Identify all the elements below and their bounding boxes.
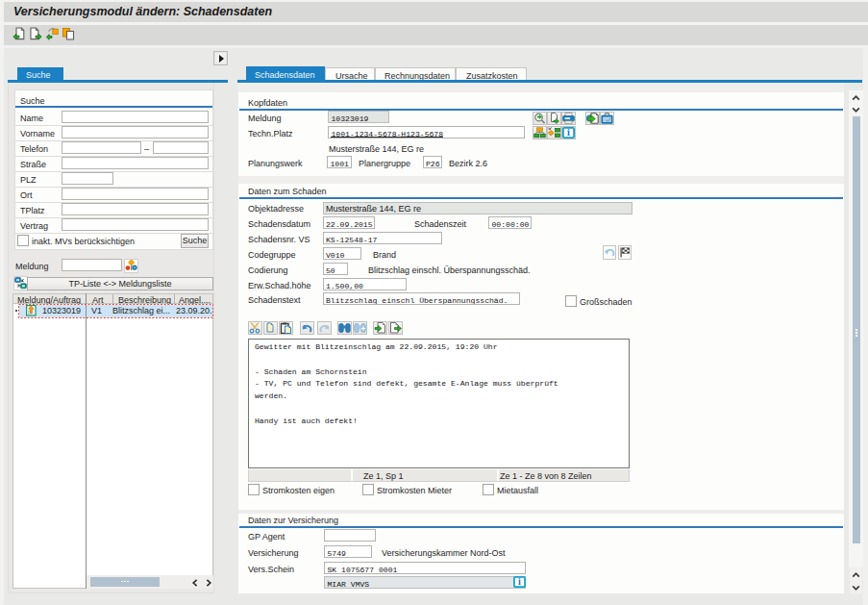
magnifier-icon: [533, 113, 546, 124]
schadenszeit-label: Schadenszeit: [414, 219, 466, 229]
display-button[interactable]: [533, 112, 547, 125]
schadenstext-field[interactable]: Blitzschlag einschl Überspannungsschäd.: [323, 292, 521, 305]
info2-icon[interactable]: i: [513, 576, 526, 590]
schaden-caption: Daten zum Schaden: [248, 187, 327, 196]
scroll-up2-icon[interactable]: [852, 571, 862, 582]
codegruppe-field[interactable]: V010: [323, 247, 361, 260]
schadensnr-field[interactable]: KS-12548-17: [323, 232, 442, 244]
schadensdatum-label: Schadensdatum: [248, 219, 310, 229]
tab-zusatzkosten[interactable]: Zusatzkosten: [456, 67, 527, 80]
paste-button[interactable]: [279, 321, 293, 335]
scroll-left-icon[interactable]: [191, 579, 202, 590]
linked-objects-button[interactable]: [585, 112, 600, 125]
planergruppe-field[interactable]: P26: [423, 156, 443, 168]
application-toolbar: [4, 25, 868, 45]
vertrag-input[interactable]: [62, 218, 209, 231]
planungswerk-field[interactable]: 1001: [327, 156, 352, 168]
schadensdatum-field[interactable]: 22.09.2015: [323, 216, 375, 229]
meldung-field: 10323019: [328, 111, 389, 123]
meldung-quick-input[interactable]: [62, 259, 122, 271]
copy-button[interactable]: [263, 321, 278, 335]
stromkosten-eigen-checkbox[interactable]: [248, 484, 260, 495]
checkered-flag-icon: [619, 246, 631, 259]
tp-liste-button[interactable]: TP-Liste <-> Meldungsliste: [27, 277, 213, 290]
table-header: Meldung/Auftrag Art Beschreibung Angel..…: [12, 293, 213, 304]
object-with-template-icon[interactable]: [45, 27, 59, 40]
mietausfall-label: Mietausfall: [497, 486, 538, 495]
tab-suche[interactable]: Suche: [17, 67, 63, 80]
table-settings-button[interactable]: [13, 276, 28, 290]
gpagent-field[interactable]: [324, 529, 376, 542]
grossschaden-checkbox[interactable]: [565, 295, 577, 307]
vorname-label: Vorname: [20, 129, 55, 139]
find-next-button[interactable]: [353, 321, 367, 335]
right-tabline: [237, 80, 862, 83]
tab-ursache[interactable]: Ursache: [325, 67, 375, 80]
structure-button[interactable]: [547, 126, 561, 139]
mietausfall-checkbox[interactable]: [483, 484, 494, 495]
editor-line-info: Ze 1 - Ze 8 von 8 Zeilen: [500, 471, 592, 481]
undo-button2[interactable]: [603, 245, 616, 260]
editor-statusbar: Ze 1, Sp 1 Ze 1 - Ze 8 von 8 Zeilen: [248, 469, 630, 482]
redo-button[interactable]: [317, 321, 332, 335]
upload-text-button[interactable]: [373, 321, 387, 335]
toolbar-separator: [4, 45, 868, 48]
codierung-field[interactable]: 50: [323, 263, 348, 275]
cut-button[interactable]: [248, 321, 262, 335]
right-triangle-icon: [219, 55, 224, 63]
scroll-down-icon[interactable]: [852, 106, 862, 116]
scroll-right-icon[interactable]: [205, 579, 215, 590]
splitter-expand-button[interactable]: [213, 51, 228, 65]
search-button[interactable]: Suche: [181, 234, 209, 248]
technplatz-underline: [331, 137, 443, 138]
services-button[interactable]: [600, 112, 614, 125]
tplatz-input[interactable]: [62, 203, 209, 215]
undo-arrow2-icon: [604, 246, 615, 259]
binoculars-icon: [338, 322, 351, 334]
search-group-line: [15, 106, 212, 108]
create-object-icon[interactable]: [29, 27, 42, 40]
copy-pages-icon: [264, 322, 277, 334]
ort-input[interactable]: [62, 188, 209, 200]
address-text: Musterstraße 144, EG re: [329, 144, 424, 154]
hierarchy-icon: [533, 127, 546, 139]
redo-arrow-icon: [318, 322, 331, 334]
download-text-button[interactable]: [388, 321, 403, 335]
row-art: V1: [91, 306, 102, 315]
scroll-up-icon[interactable]: [852, 94, 862, 105]
telefon2-input[interactable]: [153, 141, 209, 154]
vorname-input[interactable]: [62, 126, 209, 139]
scroll-down2-icon[interactable]: [852, 584, 862, 594]
change-document-button[interactable]: [547, 112, 561, 125]
table-row[interactable]: 10323019 V1 Blitzschlag ei... 23.09.20..…: [19, 305, 213, 317]
plz-input[interactable]: [62, 172, 113, 185]
codegruppe-text: Brand: [373, 250, 396, 260]
editor-cursor-position: Ze 1, Sp 1: [363, 471, 404, 481]
erwschadhoehe-field[interactable]: 1.500,00: [323, 278, 408, 290]
document-arrow-icon: [548, 113, 560, 124]
schadenszeit-field[interactable]: 00:00:00: [488, 216, 532, 229]
inakt-mvs-checkbox[interactable]: [17, 235, 29, 246]
window-right-edge: [863, 48, 868, 605]
print-button[interactable]: [561, 112, 576, 125]
tab-suche-label: Suche: [26, 70, 51, 80]
telefon-input[interactable]: [62, 141, 141, 154]
find-button[interactable]: [337, 321, 352, 335]
undo-button[interactable]: [300, 321, 314, 335]
complete-button[interactable]: [618, 245, 632, 260]
copy-icon[interactable]: [62, 27, 75, 40]
name-input[interactable]: [62, 111, 209, 123]
stromkosten-mieter-checkbox[interactable]: [362, 484, 374, 495]
tab-rechnungsdaten[interactable]: Rechnungsdaten: [375, 67, 456, 80]
hierarchy-button[interactable]: [533, 126, 547, 139]
longtext-editor[interactable]: Gewitter mit Blitzeinschlag am 22.09.201…: [248, 339, 630, 468]
meldung-select-button[interactable]: [124, 259, 138, 273]
versschein-field[interactable]: SK 1075677 0001: [324, 562, 526, 574]
value-selection-icon: [125, 260, 137, 272]
codierung-label: Codierung: [248, 265, 288, 275]
strasse-input[interactable]: [62, 157, 209, 169]
versicherung-field[interactable]: 5749: [324, 545, 372, 558]
tab-schadensdaten[interactable]: Schadensdaten: [246, 66, 325, 80]
other-object-icon[interactable]: [12, 27, 26, 40]
info-button[interactable]: i: [561, 126, 576, 139]
